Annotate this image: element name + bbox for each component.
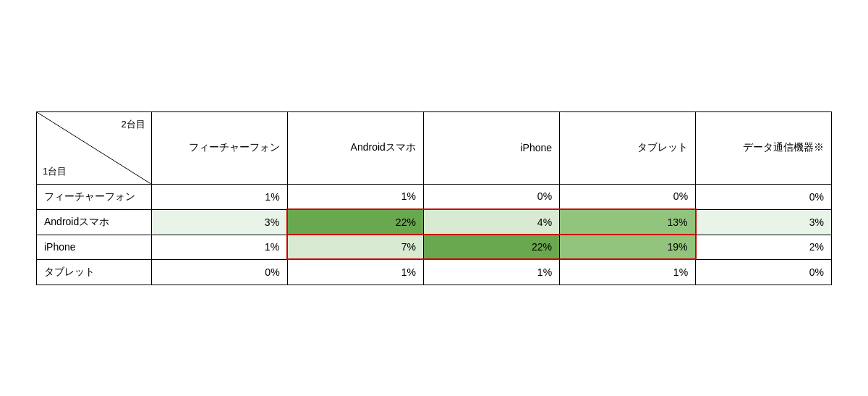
cell-3-4: 0%: [696, 259, 832, 285]
cell-3-3: 1%: [560, 259, 696, 285]
corner-bottom-label: 1台目: [43, 165, 67, 178]
cell-2-3: 19%: [560, 235, 696, 259]
cell-1-3: 13%: [560, 209, 696, 235]
cell-0-2: 0%: [423, 184, 559, 209]
cell-3-0: 0%: [151, 259, 287, 285]
cell-2-2: 22%: [423, 235, 559, 259]
data-table: 2台目 1台目 フィーチャーフォン Androidスマホ iPhone タブレッ…: [36, 111, 832, 285]
corner-top-label: 2台目: [121, 118, 145, 131]
cell-1-0: 3%: [151, 209, 287, 235]
col-header-0: フィーチャーフォン: [151, 111, 287, 184]
cell-2-1: 7%: [287, 235, 423, 259]
cell-2-4: 2%: [696, 235, 832, 259]
row-label-3: タブレット: [37, 259, 152, 285]
col-header-3: タブレット: [560, 111, 696, 184]
table-row: フィーチャーフォン 1% 1% 0% 0% 0%: [37, 184, 832, 209]
cell-1-1: 22%: [287, 209, 423, 235]
table-row: タブレット 0% 1% 1% 1% 0%: [37, 259, 832, 285]
cell-0-4: 0%: [696, 184, 832, 209]
table-wrapper: 2台目 1台目 フィーチャーフォン Androidスマホ iPhone タブレッ…: [36, 111, 832, 285]
col-header-4: データ通信機器※: [696, 111, 832, 184]
cell-0-0: 1%: [151, 184, 287, 209]
row-label-0: フィーチャーフォン: [37, 184, 152, 209]
col-header-1: Androidスマホ: [287, 111, 423, 184]
table-row: iPhone 1% 7% 22% 19% 2%: [37, 235, 832, 259]
header-row: 2台目 1台目 フィーチャーフォン Androidスマホ iPhone タブレッ…: [37, 111, 832, 184]
cell-2-0: 1%: [151, 235, 287, 259]
table-row: Androidスマホ 3% 22% 4% 13% 3%: [37, 209, 832, 235]
cell-0-1: 1%: [287, 184, 423, 209]
cell-3-1: 1%: [287, 259, 423, 285]
cell-0-3: 0%: [560, 184, 696, 209]
cell-1-4: 3%: [696, 209, 832, 235]
row-label-2: iPhone: [37, 235, 152, 259]
cell-3-2: 1%: [423, 259, 559, 285]
row-label-1: Androidスマホ: [37, 209, 152, 235]
cell-1-2: 4%: [423, 209, 559, 235]
col-header-2: iPhone: [423, 111, 559, 184]
corner-cell: 2台目 1台目: [37, 111, 152, 184]
